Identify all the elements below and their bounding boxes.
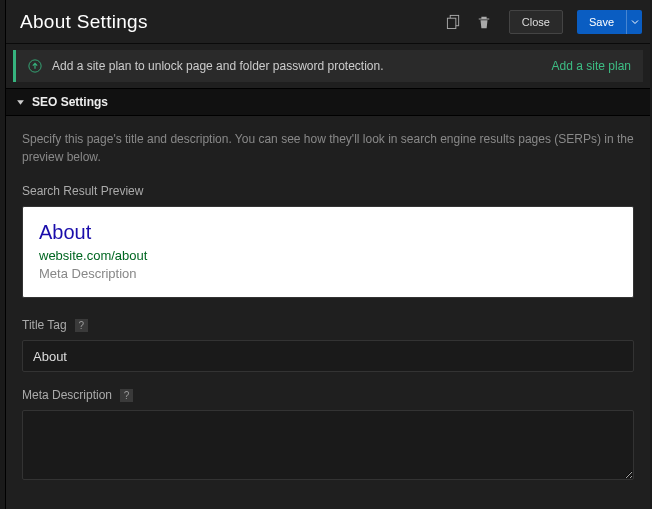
add-site-plan-link[interactable]: Add a site plan [552, 59, 631, 73]
serp-meta: Meta Description [39, 266, 617, 281]
close-button[interactable]: Close [509, 10, 563, 34]
section-content: Specify this page's title and descriptio… [6, 116, 650, 509]
duplicate-icon[interactable] [443, 11, 465, 33]
serp-url: website.com/about [39, 248, 617, 263]
meta-description-input[interactable] [22, 410, 634, 480]
section-title: SEO Settings [32, 95, 108, 109]
page-title: About Settings [20, 11, 443, 33]
help-icon[interactable]: ? [75, 319, 88, 332]
arrow-up-icon [28, 59, 42, 73]
title-tag-input[interactable] [22, 340, 634, 372]
title-tag-label: Title Tag ? [22, 318, 634, 332]
svg-rect-1 [448, 18, 456, 28]
help-icon[interactable]: ? [120, 389, 133, 402]
notice-text: Add a site plan to unlock page and folde… [52, 59, 552, 73]
section-header-seo[interactable]: SEO Settings [6, 88, 650, 116]
serp-title: About [39, 221, 617, 244]
save-dropdown-button[interactable] [626, 10, 642, 34]
panel-header: About Settings Close Save [6, 0, 650, 44]
save-button[interactable]: Save [577, 10, 626, 34]
meta-description-label: Meta Description ? [22, 388, 634, 402]
upgrade-notice: Add a site plan to unlock page and folde… [13, 50, 643, 82]
search-preview-label: Search Result Preview [22, 184, 634, 198]
serp-preview: About website.com/about Meta Description [22, 206, 634, 298]
caret-down-icon [16, 98, 25, 107]
seo-description: Specify this page's title and descriptio… [22, 130, 634, 166]
delete-icon[interactable] [473, 11, 495, 33]
